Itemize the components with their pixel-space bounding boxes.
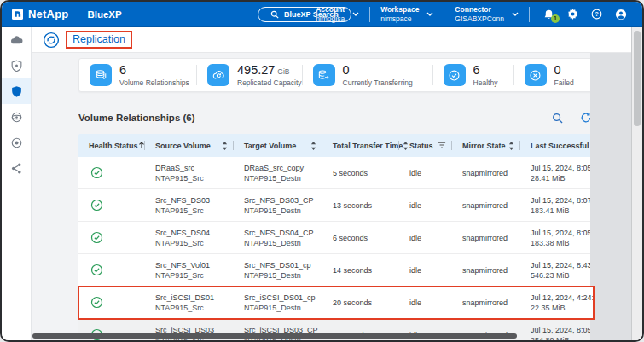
sort-ascending-icon[interactable] (138, 142, 145, 149)
target-volume-cell: Src_NFS_DS03_CP NTAP915_Destn (234, 195, 322, 216)
status-cell: idle (399, 234, 452, 242)
source-system-name: NTAP915_Src (155, 270, 234, 281)
health-status-cell (78, 264, 145, 276)
stat-replicated-capacity: 495.27GiB Replicated Capacity (197, 59, 302, 91)
sidebar-item-extensions[interactable] (2, 155, 31, 181)
table-row[interactable]: Src_NFS_DS04 NTAP915_Src Src_NFS_DS04_CP… (78, 222, 594, 254)
brand-group: NetApp BlueXP (12, 8, 122, 20)
netapp-logo-icon (12, 9, 23, 20)
target-volume-cell: Src_NFS_DS04_CP NTAP915_Destn (234, 228, 322, 248)
source-volume-cell: Src_NFS_Vol01 NTAP915_Src (145, 260, 234, 281)
table-row[interactable]: Src_iSCSI_DS01 NTAP915_Src Src_iSCSI_DS0… (78, 287, 594, 319)
health-status-cell (78, 231, 145, 244)
source-volume-name: Src_NFS_DS03 (155, 195, 234, 206)
stat-value: 0 (343, 63, 350, 77)
shield-protection-icon (10, 85, 23, 98)
source-volume-cell: Src_NFS_DS03 NTAP915_Src (145, 195, 234, 216)
target-volume-name: Src_NFS_DS01_cp (244, 260, 322, 270)
sidebar-item-mobility[interactable] (2, 104, 31, 130)
mirror-state-cell: snapmirrored (452, 299, 520, 307)
stat-failed: 0 Failed (514, 59, 593, 91)
vertical-scrollbar-thumb[interactable] (634, 31, 641, 126)
transfer-icon (313, 64, 335, 86)
page-title[interactable]: Replication (66, 31, 132, 49)
source-volume-name: DRaaS_src (155, 163, 234, 173)
health-status-cell (78, 296, 145, 309)
table-search-button[interactable] (552, 113, 563, 124)
content: 6 Volume Relationships 495.27GiB Replica… (32, 53, 642, 342)
table-row[interactable]: Src_NFS_DS03 NTAP915_Src Src_NFS_DS03_CP… (78, 189, 594, 222)
table-header: Health Status Source Volume (78, 134, 594, 157)
sort-icon[interactable] (310, 142, 316, 150)
last-successful-transfer-cell: Jul 15, 2024, 8:07:13 183.41 MiB (520, 195, 594, 216)
source-volume-cell: Src_NFS_DS04 NTAP915_Src (145, 228, 234, 248)
target-system-name: NTAP915_Destn (244, 238, 322, 248)
summary-stats-card: 6 Volume Relationships 495.27GiB Replica… (78, 58, 594, 92)
stat-value: 6 (119, 63, 126, 77)
target-volume-cell: Src_NFS_DS01_cp NTAP915_Destn (234, 260, 322, 281)
sidebar-item-storage[interactable] (2, 27, 31, 53)
help-button[interactable]: ? (591, 9, 602, 20)
sidebar-item-optimization[interactable] (2, 130, 31, 155)
col-header-target-volume[interactable]: Target Volume (234, 134, 322, 157)
globe-icon (10, 111, 23, 124)
account-value: nimogisa (316, 14, 345, 24)
col-header-mirror-state[interactable]: Mirror State (452, 134, 520, 157)
target-volume-cell: Src_iSCSI_DS01_cp NTAP915_Destn (234, 293, 322, 313)
product-name: BlueXP (87, 9, 121, 20)
replication-icon (43, 32, 60, 49)
healthy-check-icon (90, 264, 103, 276)
sort-icon[interactable] (222, 142, 228, 150)
col-header-source-volume[interactable]: Source Volume (145, 134, 234, 157)
stat-volume-relationships: 6 Volume Relationships (79, 59, 196, 91)
col-header-status[interactable]: Status (399, 134, 452, 157)
stat-value: 0 (554, 63, 561, 77)
workspace-menu[interactable]: Workspace nimspace (370, 5, 444, 23)
target-volume-name: DRaaS_src_copy (244, 163, 322, 173)
chevron-down-icon (352, 12, 359, 16)
status-cell: idle (399, 266, 452, 275)
source-volume-name: Src_iSCSI_DS01 (155, 293, 234, 303)
stat-value: 495.27 (237, 63, 275, 77)
main-area: Replication 6 Volume Relationships (32, 27, 642, 340)
col-header-health-status[interactable]: Health Status (78, 134, 145, 157)
volume-relationships-section: Volume Relationships (6) Healt (78, 109, 594, 342)
sidebar-item-health[interactable] (2, 53, 31, 78)
horizontal-scrollbar-thumb[interactable] (32, 333, 517, 339)
last-successful-transfer-cell: Jul 15, 2024, 8:05:06 254.89 MiB (520, 325, 594, 342)
sort-icon[interactable] (508, 142, 514, 150)
table-row[interactable]: Src_NFS_Vol01 NTAP915_Src Src_NFS_DS01_c… (78, 254, 594, 287)
share-nodes-icon (10, 162, 23, 175)
source-system-name: NTAP915_Src (155, 238, 234, 248)
connector-label: Connector (455, 5, 504, 14)
bluexp-window: NetApp BlueXP BlueXP Search Account nimo… (0, 0, 644, 342)
target-system-name: NTAP915_Destn (244, 173, 322, 183)
healthy-check-icon (90, 199, 103, 212)
last-transfer-size: 183.41 MiB (531, 206, 594, 216)
user-account-button[interactable] (615, 9, 627, 20)
target-system-name: NTAP915_Destn (244, 206, 322, 216)
vertical-scrollbar[interactable] (631, 27, 642, 340)
settings-button[interactable] (567, 9, 578, 20)
last-successful-transfer-cell: Jul 15, 2024, 8:05:06 183.38 MiB (520, 228, 594, 248)
stat-value: 6 (473, 63, 480, 77)
shield-health-icon (10, 60, 23, 72)
table-title: Volume Relationships (6) (78, 113, 195, 123)
total-transfer-time-cell: 14 seconds (322, 266, 399, 275)
stat-healthy: 6 Healthy (433, 59, 513, 91)
table-row[interactable]: DRaaS_src NTAP915_Src DRaaS_src_copy NTA… (78, 157, 594, 189)
chevron-down-icon (426, 12, 433, 16)
status-cell: idle (399, 201, 452, 210)
last-successful-transfer-cell: Jul 15, 2024, 8:05:05 28.41 MiB (520, 163, 594, 183)
top-right-controls: Account nimogisa Workspace nimspace (305, 2, 634, 26)
col-header-total-transfer-time[interactable]: Total Transfer Time (322, 134, 399, 157)
connector-menu[interactable]: Connector GISABXPConn (444, 5, 529, 23)
notifications-button[interactable]: 1 (543, 9, 554, 20)
filter-icon[interactable] (438, 142, 446, 149)
col-header-last-successful-transfer[interactable]: Last Successful Tra (520, 134, 594, 157)
source-volume-cell: DRaaS_src NTAP915_Src (145, 163, 234, 183)
chevron-down-icon (512, 12, 519, 16)
total-transfer-time-cell: 5 seconds (322, 169, 399, 177)
sidebar-item-protection[interactable] (2, 78, 31, 104)
workspace-value: nimspace (380, 14, 419, 24)
